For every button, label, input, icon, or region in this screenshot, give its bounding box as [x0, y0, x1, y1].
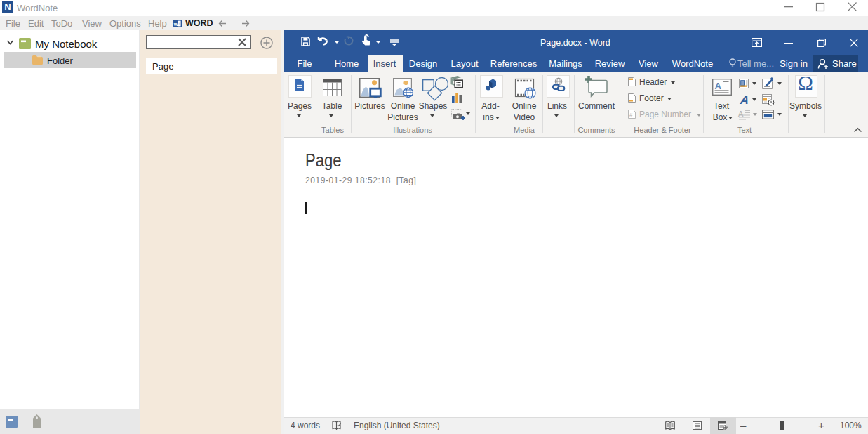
svg-text:A: A — [738, 110, 744, 118]
svg-text:w: w — [173, 21, 179, 27]
svg-text:A: A — [715, 81, 722, 91]
svg-text:#: # — [629, 112, 633, 118]
